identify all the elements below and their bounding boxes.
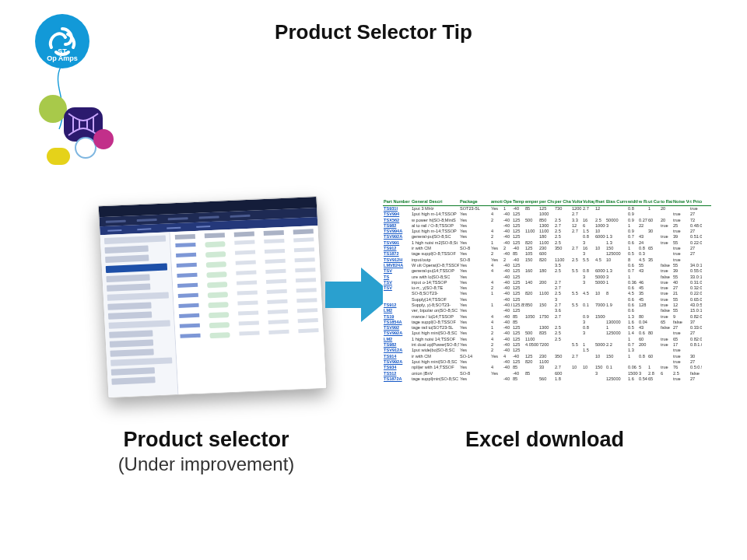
product-selector-screenshot: [98, 196, 328, 398]
caption-left-sub: (Under improvement): [86, 453, 327, 475]
st-opamps-logo: STOp Amps: [35, 14, 89, 68]
excel-screenshot: Part NumberGeneral DescriPackageamotiveO…: [383, 199, 711, 383]
caption-left: Product selector (Under improvement): [86, 428, 327, 475]
caption-left-title: Product selector: [86, 428, 327, 452]
icon-cluster: [39, 93, 124, 179]
caption-right: Excel download: [405, 428, 685, 452]
bubble-icon: [93, 129, 114, 149]
home-icon: [39, 95, 67, 123]
slide-title: Product Selector Tip: [0, 20, 747, 44]
caption-right-title: Excel download: [405, 428, 685, 452]
key-icon: [47, 148, 70, 165]
